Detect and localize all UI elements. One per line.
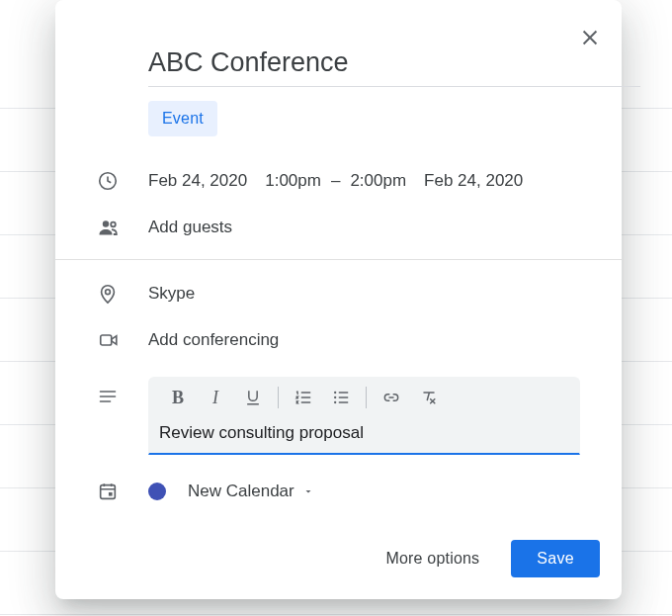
bulleted-list-icon: [331, 388, 351, 407]
italic-button[interactable]: I: [197, 380, 234, 415]
description-editor: B I: [148, 377, 580, 455]
calendar-color-dot[interactable]: [148, 483, 166, 500]
event-type-chip[interactable]: Event: [148, 101, 217, 136]
calendar-name-label: New Calendar: [188, 482, 294, 501]
location-icon: [97, 282, 119, 306]
time-dash: –: [331, 171, 340, 191]
bulleted-list-button[interactable]: [322, 380, 360, 415]
numbered-list-button[interactable]: [285, 380, 322, 415]
end-date[interactable]: Feb 24, 2020: [424, 171, 523, 191]
people-icon: [97, 216, 121, 239]
svg-rect-9: [109, 492, 113, 496]
svg-point-3: [106, 290, 111, 295]
video-icon: [97, 329, 121, 351]
toolbar-separator: [278, 387, 279, 408]
svg-rect-4: [101, 335, 112, 345]
svg-rect-8: [101, 485, 116, 499]
event-quick-create-dialog: Event Feb 24, 2020 1:00pm – 2:00pm Feb 2…: [55, 0, 622, 599]
add-guests-field[interactable]: Add guests: [148, 218, 580, 237]
bold-button[interactable]: B: [159, 380, 197, 415]
svg-point-1: [103, 220, 109, 226]
clock-icon: [97, 170, 119, 192]
formatting-toolbar: B I: [149, 378, 579, 417]
calendar-icon: [97, 481, 119, 502]
description-icon: [97, 387, 119, 406]
numbered-list-icon: [294, 388, 313, 407]
more-options-button[interactable]: More options: [376, 542, 489, 575]
clear-formatting-button[interactable]: [410, 380, 448, 415]
close-icon: [579, 27, 601, 48]
divider: [55, 259, 622, 260]
location-field[interactable]: Skype: [148, 284, 580, 304]
link-icon: [381, 388, 401, 407]
start-time[interactable]: 1:00pm: [265, 171, 321, 191]
insert-link-button[interactable]: [373, 380, 410, 415]
chevron-down-icon: [294, 485, 314, 497]
add-conferencing-field[interactable]: Add conferencing: [148, 330, 580, 350]
svg-point-5: [334, 392, 336, 394]
underline-button[interactable]: [234, 380, 272, 415]
svg-point-7: [334, 401, 336, 403]
save-button[interactable]: Save: [511, 540, 600, 577]
description-textarea[interactable]: Review consulting proposal: [149, 417, 579, 453]
svg-point-2: [111, 222, 116, 227]
start-date[interactable]: Feb 24, 2020: [148, 171, 247, 191]
svg-point-6: [334, 396, 336, 398]
clear-formatting-icon: [419, 388, 439, 407]
underline-icon: [243, 388, 263, 407]
toolbar-separator: [366, 387, 367, 408]
calendar-select[interactable]: New Calendar: [188, 482, 314, 501]
close-button[interactable]: [570, 18, 610, 57]
event-title-input[interactable]: [148, 42, 640, 87]
end-time[interactable]: 2:00pm: [350, 171, 406, 191]
dialog-footer: More options Save: [55, 502, 622, 599]
